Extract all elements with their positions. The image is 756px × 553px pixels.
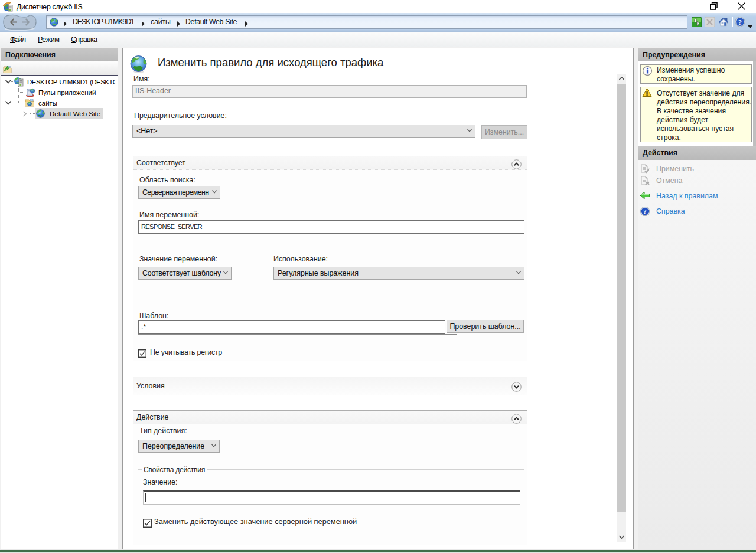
svg-text:?: ?	[643, 208, 646, 215]
svg-text:?: ?	[738, 18, 742, 27]
